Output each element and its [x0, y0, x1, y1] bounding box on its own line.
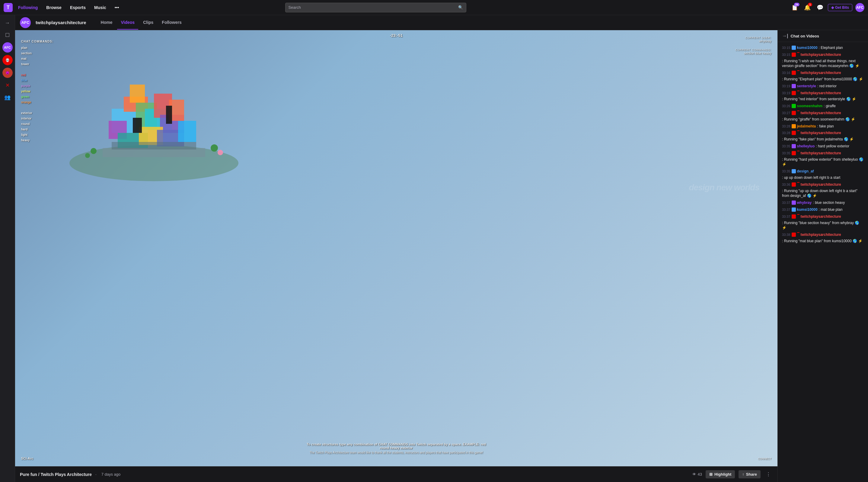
msg-timestamp: 33:15 [782, 46, 790, 50]
chat-message: 33:35shelleyluo: hard yellow exterior [778, 143, 868, 150]
chat-message: 33:37whybray: blue section heavy [778, 199, 868, 206]
get-bits-button[interactable]: ◈ Get Bits [828, 4, 852, 11]
nav-following[interactable]: Following [15, 3, 41, 12]
share-icon: ↑ [742, 472, 744, 477]
nav-music[interactable]: Music [91, 3, 109, 12]
whispers-icon-btn[interactable]: 💬 [815, 3, 825, 12]
msg-timestamp: 33:37 [782, 208, 790, 212]
video-bottom-bar: Pure fun / Twitch Plays Architecture · 7… [15, 466, 777, 482]
sidebar-avatar-1[interactable]: AFC [2, 42, 13, 53]
sci-arc-label: SCI-Arc [21, 457, 33, 460]
msg-username[interactable]: twitchplaysarchitecture [801, 182, 841, 187]
msg-timestamp: 33:16 [782, 71, 790, 75]
chat-message: 33:37twitchplaysarchitecture: Running "b… [778, 213, 868, 231]
msg-username[interactable]: twitchplaysarchitecture [801, 232, 841, 237]
msg-username[interactable]: twitchplaysarchitecture [801, 70, 841, 76]
msg-username[interactable]: soomeenhahm [797, 103, 823, 109]
msg-avatar [792, 104, 796, 108]
msg-timestamp: 33:37 [782, 214, 790, 219]
highlight-icon: ⊞ [709, 472, 713, 477]
nav-esports[interactable]: Esports [67, 3, 89, 12]
chat-message: 33:35twitchplaysarchitecture: Running "h… [778, 150, 868, 168]
video-container[interactable]: CHAT COMMANDS: plansectionmattower red b… [15, 30, 777, 466]
tab-followers[interactable]: Followers [158, 16, 185, 30]
share-label: Share [746, 472, 757, 477]
msg-username[interactable]: twitchplaysarchitecture [801, 214, 841, 219]
svg-rect-13 [178, 121, 196, 142]
msg-avatar [792, 84, 796, 88]
msg-timestamp: 33:28 [782, 131, 790, 135]
msg-username[interactable]: shelleyluo [797, 144, 815, 149]
sidebar-browse-icon[interactable]: ☐ [2, 30, 13, 40]
svg-rect-5 [130, 85, 145, 103]
msg-username[interactable]: twitchplaysarchitecture [801, 91, 841, 96]
chat-messages-list: 33:15kumsi10000: Elephant plan33:15twitc… [778, 42, 868, 482]
msg-avatar [792, 91, 796, 95]
current-user-value: whybray [745, 39, 771, 43]
more-options-button[interactable]: ⋮ [764, 470, 773, 479]
msg-avatar [792, 201, 796, 205]
msg-username[interactable]: jedalmehta [797, 124, 816, 129]
msg-avatar [792, 71, 796, 75]
collapse-chat-icon[interactable]: →| [782, 33, 788, 39]
diamond-icon: ◈ [831, 5, 834, 10]
msg-username[interactable]: twitchplaysarchitecture [801, 52, 841, 57]
sidebar-avatar-3[interactable]: 😈 [2, 68, 13, 78]
video-section: CHAT COMMANDS: plansectionmattower red b… [15, 30, 777, 482]
msg-username[interactable]: twitchplaysarchitecture [801, 151, 841, 156]
msg-username[interactable]: kumsi10000 [797, 207, 817, 212]
user-avatar[interactable]: AFC [855, 3, 864, 12]
nav-browse[interactable]: Browse [43, 3, 65, 12]
twitch-logo[interactable]: T [4, 3, 13, 12]
chat-message: 33:35design_af: up up down down left rig… [778, 168, 868, 181]
msg-avatar [792, 144, 796, 148]
bot-tag [797, 91, 800, 91]
chat-message: 33:27twitchplaysarchitecture: Running "g… [778, 110, 868, 123]
msg-username[interactable]: twitchplaysarchitecture [801, 111, 841, 116]
chat-message: 33:16twitchplaysarchitecture: Running "E… [778, 69, 868, 83]
msg-timestamp: 33:26 [782, 104, 790, 109]
sidebar-collapse-icon[interactable]: → [2, 18, 13, 28]
video-views: 👁 43 [692, 472, 702, 477]
chat-panel: →| Chat on Videos 33:15kumsi10000: Eleph… [777, 30, 868, 482]
video-current-commands: CURRENT COMMANDS: section blue heavy [736, 48, 771, 55]
msg-username[interactable]: kumsi10000 [797, 45, 817, 51]
current-commands-label: CURRENT COMMANDS: [736, 48, 771, 51]
msg-username[interactable]: twitchplaysarchitecture [801, 130, 841, 135]
clips-icon-btn[interactable]: 📋 26 [790, 3, 800, 12]
highlight-button[interactable]: ⊞ Highlight [706, 470, 735, 478]
search-input[interactable] [288, 5, 458, 10]
bot-tag [797, 214, 800, 215]
tab-clips[interactable]: Clips [140, 16, 157, 30]
tab-home[interactable]: Home [97, 16, 116, 30]
share-button[interactable]: ↑ Share [739, 470, 761, 478]
msg-username[interactable]: senterstyle [797, 84, 816, 89]
msg-avatar [792, 214, 796, 219]
msg-avatar [792, 151, 796, 155]
views-count: 43 [698, 472, 702, 477]
msg-text: : red interior [817, 84, 837, 89]
sidebar-avatar-2[interactable]: 💀 [2, 55, 13, 65]
main-layout: → ☐ AFC 💀 😈 ✕ 👥 AFC twitchplaysarchitect… [0, 15, 868, 482]
nav-more[interactable]: ••• [112, 3, 122, 12]
msg-timestamp: 33:15 [782, 53, 790, 57]
chat-message: 33:26soomeenhahm: giraffe [778, 103, 868, 110]
msg-username[interactable]: design_af [797, 169, 814, 174]
msg-timestamp: 33:35 [782, 144, 790, 149]
msg-avatar [792, 182, 796, 187]
tab-videos[interactable]: Videos [117, 16, 138, 30]
msg-text: : fake plan [817, 124, 834, 129]
bot-tag [797, 111, 800, 111]
sidebar-friends-icon[interactable]: 👥 [2, 92, 13, 103]
sidebar-x-icon[interactable]: ✕ [2, 80, 13, 91]
search-bar: 🔍 [285, 3, 466, 12]
msg-text: : Running "blue section heavy" from whyb… [782, 220, 864, 231]
clips-badge: 26 [794, 3, 800, 6]
bot-tag [797, 182, 800, 183]
msg-text: : Running "up up down down left right b … [782, 188, 864, 199]
msg-username[interactable]: whybray [797, 200, 812, 205]
notifications-icon-btn[interactable]: 🔔 1 [803, 3, 812, 12]
msg-text: : Running "hard yellow exterior" from sh… [782, 157, 864, 167]
msg-avatar [792, 208, 796, 212]
msg-text: : hard yellow exterior [816, 144, 849, 149]
